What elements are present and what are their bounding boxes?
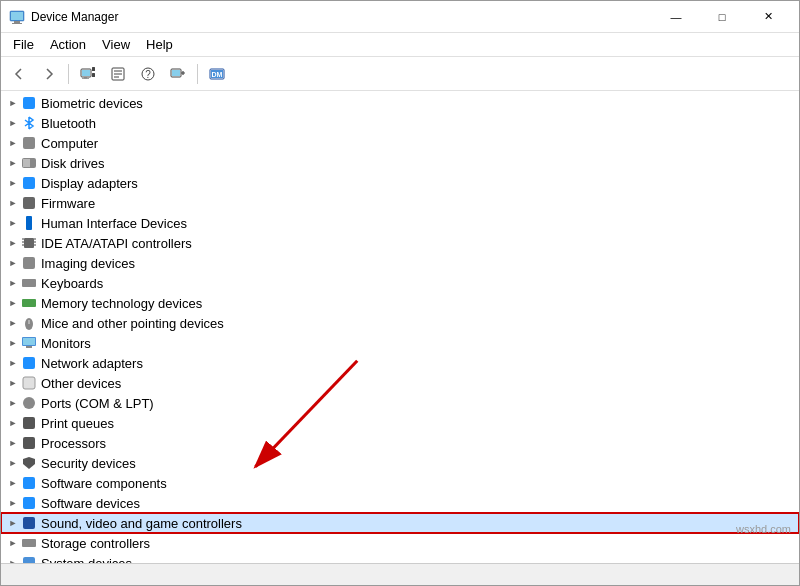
tree-item-network[interactable]: ►Network adapters bbox=[1, 353, 799, 373]
item-label-monitors: Monitors bbox=[41, 336, 91, 351]
close-button[interactable]: ✕ bbox=[745, 1, 791, 33]
item-icon-imaging bbox=[21, 255, 37, 271]
content-area: ►Biometric devices►Bluetooth►Computer►Di… bbox=[1, 91, 799, 563]
item-icon-print bbox=[21, 415, 37, 431]
expand-arrow-software-components[interactable]: ► bbox=[5, 475, 21, 491]
svg-rect-9 bbox=[92, 73, 95, 77]
svg-rect-22 bbox=[23, 137, 35, 149]
expand-arrow-other[interactable]: ► bbox=[5, 375, 21, 391]
expand-arrow-imaging[interactable]: ► bbox=[5, 255, 21, 271]
expand-arrow-ide[interactable]: ► bbox=[5, 235, 21, 251]
item-icon-display bbox=[21, 175, 37, 191]
expand-arrow-keyboards[interactable]: ► bbox=[5, 275, 21, 291]
tree-item-ide[interactable]: ►IDE ATA/ATAPI controllers bbox=[1, 233, 799, 253]
svg-rect-52 bbox=[22, 539, 36, 547]
tree-item-imaging[interactable]: ►Imaging devices bbox=[1, 253, 799, 273]
item-icon-other bbox=[21, 375, 37, 391]
tree-item-keyboards[interactable]: ►Keyboards bbox=[1, 273, 799, 293]
item-icon-bluetooth bbox=[21, 115, 37, 131]
expand-arrow-sound[interactable]: ► bbox=[5, 515, 21, 531]
item-label-other: Other devices bbox=[41, 376, 121, 391]
item-icon-ide bbox=[21, 235, 37, 251]
svg-marker-48 bbox=[23, 457, 35, 469]
tree-item-computer[interactable]: ►Computer bbox=[1, 133, 799, 153]
expand-arrow-bluetooth[interactable]: ► bbox=[5, 115, 21, 131]
item-icon-hid bbox=[21, 215, 37, 231]
item-label-disk: Disk drives bbox=[41, 156, 105, 171]
tree-item-hid[interactable]: ►Human Interface Devices bbox=[1, 213, 799, 233]
update-driver-button[interactable]: DM bbox=[203, 61, 231, 87]
tree-item-monitors[interactable]: ►Monitors bbox=[1, 333, 799, 353]
tree-item-software-components[interactable]: ►Software components bbox=[1, 473, 799, 493]
expand-arrow-hid[interactable]: ► bbox=[5, 215, 21, 231]
expand-arrow-mice[interactable]: ► bbox=[5, 315, 21, 331]
expand-arrow-biometric[interactable]: ► bbox=[5, 95, 21, 111]
show-devices-button[interactable] bbox=[74, 61, 102, 87]
tree-item-processors[interactable]: ►Processors bbox=[1, 433, 799, 453]
tree-item-system[interactable]: ►System devices bbox=[1, 553, 799, 563]
expand-arrow-processors[interactable]: ► bbox=[5, 435, 21, 451]
expand-arrow-system[interactable]: ► bbox=[5, 555, 21, 563]
item-label-computer: Computer bbox=[41, 136, 98, 151]
item-label-software-components: Software components bbox=[41, 476, 167, 491]
item-icon-mice bbox=[21, 315, 37, 331]
help-button[interactable]: ? bbox=[134, 61, 162, 87]
item-icon-monitors bbox=[21, 335, 37, 351]
svg-rect-37 bbox=[22, 299, 36, 307]
svg-rect-7 bbox=[82, 78, 89, 79]
back-button[interactable] bbox=[5, 61, 33, 87]
tree-item-other[interactable]: ►Other devices bbox=[1, 373, 799, 393]
window-controls: — □ ✕ bbox=[653, 1, 791, 33]
toolbar-sep-1 bbox=[68, 64, 69, 84]
tree-item-memory[interactable]: ►Memory technology devices bbox=[1, 293, 799, 313]
expand-arrow-print[interactable]: ► bbox=[5, 415, 21, 431]
expand-arrow-monitors[interactable]: ► bbox=[5, 335, 21, 351]
svg-rect-8 bbox=[92, 67, 95, 71]
item-icon-security bbox=[21, 455, 37, 471]
device-tree[interactable]: ►Biometric devices►Bluetooth►Computer►Di… bbox=[1, 91, 799, 563]
tree-item-firmware[interactable]: ►Firmware bbox=[1, 193, 799, 213]
tree-item-biometric[interactable]: ►Biometric devices bbox=[1, 93, 799, 113]
svg-rect-3 bbox=[11, 12, 23, 20]
item-label-keyboards: Keyboards bbox=[41, 276, 103, 291]
svg-rect-36 bbox=[22, 279, 36, 287]
menu-action[interactable]: Action bbox=[42, 35, 94, 54]
menu-bar: File Action View Help bbox=[1, 33, 799, 57]
menu-file[interactable]: File bbox=[5, 35, 42, 54]
tree-item-security[interactable]: ►Security devices bbox=[1, 453, 799, 473]
expand-arrow-computer[interactable]: ► bbox=[5, 135, 21, 151]
tree-item-print[interactable]: ►Print queues bbox=[1, 413, 799, 433]
tree-item-disk[interactable]: ►Disk drives bbox=[1, 153, 799, 173]
expand-arrow-memory[interactable]: ► bbox=[5, 295, 21, 311]
item-label-memory: Memory technology devices bbox=[41, 296, 202, 311]
tree-item-bluetooth[interactable]: ►Bluetooth bbox=[1, 113, 799, 133]
properties-button[interactable] bbox=[104, 61, 132, 87]
expand-arrow-software-devices[interactable]: ► bbox=[5, 495, 21, 511]
expand-arrow-network[interactable]: ► bbox=[5, 355, 21, 371]
expand-arrow-display[interactable]: ► bbox=[5, 175, 21, 191]
expand-arrow-ports[interactable]: ► bbox=[5, 395, 21, 411]
svg-rect-5 bbox=[82, 70, 90, 76]
item-label-display: Display adapters bbox=[41, 176, 138, 191]
maximize-button[interactable]: □ bbox=[699, 1, 745, 33]
svg-rect-41 bbox=[23, 338, 35, 345]
scan-button[interactable] bbox=[164, 61, 192, 87]
menu-help[interactable]: Help bbox=[138, 35, 181, 54]
svg-rect-42 bbox=[26, 346, 32, 348]
menu-view[interactable]: View bbox=[94, 35, 138, 54]
tree-item-ports[interactable]: ►Ports (COM & LPT) bbox=[1, 393, 799, 413]
svg-rect-46 bbox=[23, 417, 35, 429]
tree-item-software-devices[interactable]: ►Software devices bbox=[1, 493, 799, 513]
item-label-software-devices: Software devices bbox=[41, 496, 140, 511]
minimize-button[interactable]: — bbox=[653, 1, 699, 33]
svg-rect-51 bbox=[23, 517, 35, 529]
tree-item-display[interactable]: ►Display adapters bbox=[1, 173, 799, 193]
expand-arrow-storage[interactable]: ► bbox=[5, 535, 21, 551]
tree-item-mice[interactable]: ►Mice and other pointing devices bbox=[1, 313, 799, 333]
expand-arrow-security[interactable]: ► bbox=[5, 455, 21, 471]
expand-arrow-firmware[interactable]: ► bbox=[5, 195, 21, 211]
tree-item-sound[interactable]: ►Sound, video and game controllers bbox=[1, 513, 799, 533]
forward-button[interactable] bbox=[35, 61, 63, 87]
expand-arrow-disk[interactable]: ► bbox=[5, 155, 21, 171]
tree-item-storage[interactable]: ►Storage controllers bbox=[1, 533, 799, 553]
